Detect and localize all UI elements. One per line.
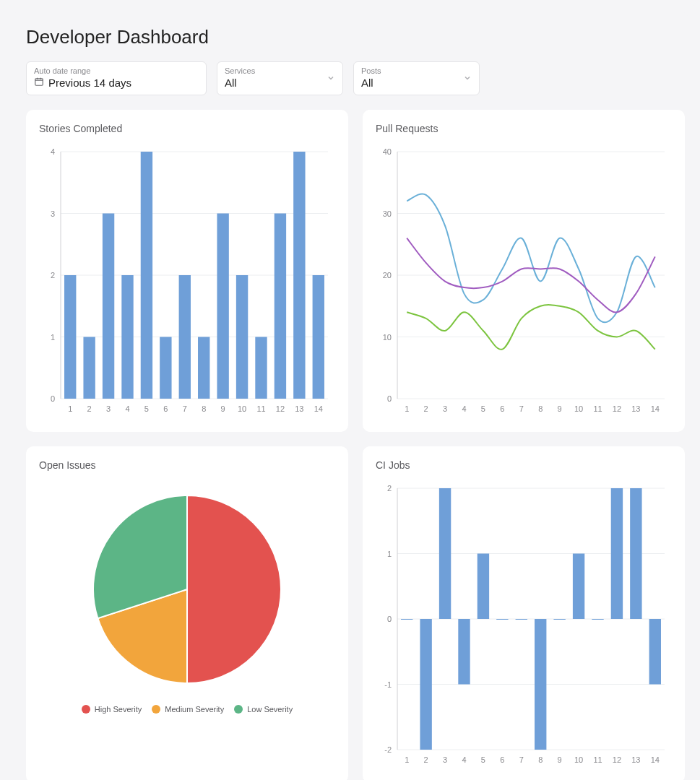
svg-text:12: 12 bbox=[276, 404, 285, 413]
posts-filter[interactable]: Posts All bbox=[353, 61, 480, 95]
svg-text:1: 1 bbox=[405, 404, 409, 413]
svg-text:9: 9 bbox=[558, 755, 562, 764]
legend-swatch bbox=[82, 705, 90, 714]
chart-grid: Stories Completed 0123412345678910111213… bbox=[26, 110, 674, 780]
svg-rect-12 bbox=[64, 275, 76, 399]
services-filter[interactable]: Services All bbox=[217, 61, 343, 95]
svg-text:40: 40 bbox=[383, 147, 392, 156]
svg-text:1: 1 bbox=[51, 333, 55, 342]
svg-rect-30 bbox=[236, 275, 248, 399]
svg-text:8: 8 bbox=[538, 755, 543, 764]
svg-text:13: 13 bbox=[631, 755, 640, 764]
svg-rect-0 bbox=[35, 79, 43, 85]
legend-item-medium: Medium Severity bbox=[152, 705, 224, 714]
stories-card: Stories Completed 0123412345678910111213… bbox=[26, 110, 348, 432]
svg-text:2: 2 bbox=[424, 755, 428, 764]
svg-rect-32 bbox=[255, 337, 267, 399]
svg-text:6: 6 bbox=[500, 755, 504, 764]
svg-text:2: 2 bbox=[87, 404, 92, 413]
svg-rect-18 bbox=[121, 275, 133, 399]
svg-text:2: 2 bbox=[51, 271, 55, 280]
ci-card: CI Jobs -2-10121234567891011121314 bbox=[363, 446, 685, 780]
svg-text:0: 0 bbox=[387, 615, 392, 623]
stories-chart: 012341234567891011121314 bbox=[39, 144, 335, 422]
svg-rect-94 bbox=[573, 554, 584, 620]
svg-text:14: 14 bbox=[651, 755, 660, 764]
svg-rect-82 bbox=[458, 619, 470, 685]
svg-rect-86 bbox=[496, 619, 508, 620]
filter-value: Previous 14 days bbox=[34, 77, 199, 89]
svg-text:20: 20 bbox=[383, 271, 392, 280]
svg-text:9: 9 bbox=[221, 404, 225, 413]
issues-chart: High Severity Medium Severity Low Severi… bbox=[39, 481, 335, 714]
svg-rect-38 bbox=[313, 275, 324, 399]
svg-rect-24 bbox=[179, 275, 191, 399]
chevron-down-icon bbox=[327, 72, 335, 85]
chevron-down-icon bbox=[463, 72, 472, 85]
svg-text:5: 5 bbox=[481, 404, 485, 413]
line-chart: 0102030401234567891011121314 bbox=[376, 144, 672, 419]
svg-text:14: 14 bbox=[651, 404, 660, 413]
pie-chart bbox=[79, 481, 295, 698]
svg-rect-20 bbox=[141, 152, 152, 399]
card-title: Stories Completed bbox=[39, 123, 335, 134]
svg-text:30: 30 bbox=[383, 209, 392, 218]
svg-text:10: 10 bbox=[383, 333, 392, 342]
bar-chart: 012341234567891011121314 bbox=[39, 144, 335, 419]
pr-card: Pull Requests 01020304012345678910111213… bbox=[363, 110, 685, 432]
svg-text:11: 11 bbox=[593, 404, 602, 413]
legend-item-low: Low Severity bbox=[234, 705, 293, 714]
legend-swatch bbox=[152, 705, 160, 714]
svg-rect-14 bbox=[83, 337, 95, 399]
filter-value: All bbox=[225, 77, 335, 89]
svg-text:0: 0 bbox=[51, 394, 55, 403]
svg-text:-1: -1 bbox=[384, 680, 392, 689]
svg-rect-98 bbox=[611, 488, 623, 619]
dashboard: Developer Dashboard Auto date range Prev… bbox=[12, 12, 688, 780]
pie-legend: High Severity Medium Severity Low Severi… bbox=[82, 705, 293, 714]
legend-item-high: High Severity bbox=[82, 705, 142, 714]
svg-rect-102 bbox=[649, 619, 661, 685]
svg-text:13: 13 bbox=[295, 404, 303, 413]
svg-rect-84 bbox=[478, 554, 489, 620]
svg-text:4: 4 bbox=[125, 404, 129, 413]
svg-rect-22 bbox=[160, 337, 171, 399]
date-range-filter[interactable]: Auto date range Previous 14 days bbox=[26, 61, 207, 95]
svg-rect-36 bbox=[293, 152, 305, 399]
svg-text:3: 3 bbox=[51, 209, 55, 218]
card-title: Pull Requests bbox=[376, 123, 672, 134]
svg-text:-2: -2 bbox=[384, 745, 392, 754]
svg-text:1: 1 bbox=[68, 404, 72, 413]
svg-text:4: 4 bbox=[462, 404, 466, 413]
svg-rect-78 bbox=[420, 619, 431, 750]
svg-text:5: 5 bbox=[481, 755, 485, 764]
svg-text:8: 8 bbox=[202, 404, 206, 413]
svg-text:3: 3 bbox=[106, 404, 111, 413]
svg-text:5: 5 bbox=[144, 404, 149, 413]
calendar-icon bbox=[34, 77, 44, 89]
svg-rect-90 bbox=[535, 619, 546, 750]
svg-text:6: 6 bbox=[500, 404, 504, 413]
svg-text:1: 1 bbox=[387, 550, 392, 558]
filter-label: Auto date range bbox=[34, 66, 199, 75]
ci-chart: -2-10121234567891011121314 bbox=[376, 481, 672, 773]
svg-text:4: 4 bbox=[51, 147, 55, 156]
legend-swatch bbox=[234, 705, 243, 714]
svg-text:2: 2 bbox=[424, 404, 428, 413]
svg-text:14: 14 bbox=[314, 404, 323, 413]
svg-rect-92 bbox=[553, 619, 565, 620]
svg-rect-96 bbox=[592, 619, 603, 620]
svg-text:7: 7 bbox=[519, 404, 524, 413]
svg-text:3: 3 bbox=[443, 755, 447, 764]
filter-label: Services bbox=[225, 66, 335, 75]
filter-value: All bbox=[361, 77, 472, 89]
filter-label: Posts bbox=[361, 66, 472, 75]
svg-rect-34 bbox=[275, 214, 286, 399]
svg-rect-28 bbox=[217, 214, 228, 399]
svg-text:0: 0 bbox=[387, 394, 392, 403]
svg-text:6: 6 bbox=[163, 404, 168, 413]
svg-text:11: 11 bbox=[593, 755, 602, 764]
bar-chart: -2-10121234567891011121314 bbox=[376, 481, 672, 770]
svg-rect-16 bbox=[103, 214, 114, 399]
svg-text:13: 13 bbox=[631, 404, 640, 413]
